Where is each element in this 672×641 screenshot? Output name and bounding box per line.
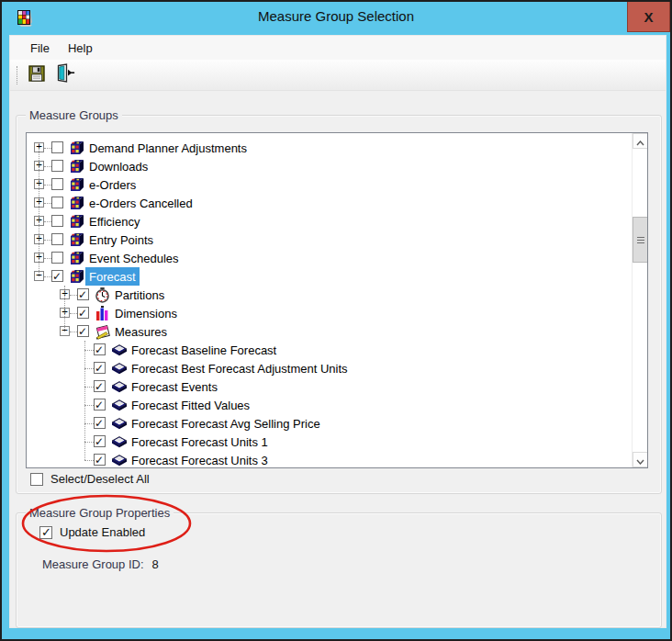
tree-checkbox[interactable] [51,197,63,208]
update-enabled-control[interactable]: Update Enabled [39,525,145,539]
tree-connector-line [44,166,51,167]
tree-row: Forecast Forecast Units 1 [27,433,631,451]
tree-checkbox[interactable] [94,399,106,410]
tree-connector-line [70,313,77,314]
exit-icon [54,63,75,86]
scroll-down-button[interactable] [633,452,648,467]
cube-icon [69,159,85,174]
menu-file[interactable]: File [21,39,59,58]
tree-item-label[interactable]: Downloads [89,157,148,175]
cube-icon [69,251,85,265]
tree-connector-line [70,295,77,296]
tree-checkbox[interactable] [94,380,106,392]
tree-connector-line [70,332,77,332]
window-title: Measure Group Selection [2,8,670,24]
tree-checkbox[interactable] [51,252,63,264]
select-deselect-all[interactable]: Select/Deselect All [30,472,150,486]
update-enabled-checkbox[interactable] [39,526,52,539]
cube-icon [69,177,85,192]
tree-item-label[interactable]: Forecast Events [131,377,218,396]
tree-checkbox[interactable] [94,435,106,447]
tree-checkbox[interactable] [77,307,89,319]
tree-checkbox[interactable] [51,270,63,282]
menu-help[interactable]: Help [59,39,102,58]
measure-icon [111,379,128,394]
save-icon [28,64,46,86]
tree-connector-line [44,221,51,222]
tree-checkbox[interactable] [94,417,106,429]
tree-item-label[interactable]: Efficiency [89,212,140,231]
measure-group-id-label: Measure Group ID: [42,557,144,571]
tree-item-label[interactable]: Forecast Fitted Values [131,396,250,414]
title-bar: Measure Group Selection X [2,2,670,33]
tree-connector-line [64,286,65,332]
notepad-icon [95,324,111,339]
tree-item-label[interactable]: Forecast Forecast Units 3 [131,451,268,468]
tree-checkbox[interactable] [51,160,63,172]
tree-checkbox[interactable] [94,454,106,466]
measure-icon [111,343,128,357]
tree-row: +Demand Planner Adjustments [27,139,631,157]
cube-icon [69,141,85,155]
tree-item-label[interactable]: Event Schedules [89,249,179,267]
tree-row: +Dimensions [27,304,631,322]
tree-connector-line [44,185,51,186]
measure-group-selection-window: Measure Group Selection X FileHelp Measu… [0,0,672,641]
dialog-client-area: FileHelp Measure Groups +De [9,35,666,628]
measure-groups-label: Measure Groups [26,108,122,122]
tree-connector-line [44,258,51,259]
close-button[interactable]: X [627,2,670,32]
tree-scrollbar[interactable] [632,133,647,467]
tree-connector-line [84,368,94,369]
tree-row: +e-Orders Cancelled [27,194,631,212]
select-all-checkbox[interactable] [30,473,43,486]
save-button[interactable] [25,63,49,87]
tree-row: +Downloads [27,157,631,175]
tree-item-label[interactable]: Forecast [85,267,140,286]
tree-item-label[interactable]: e-Orders [89,175,136,194]
measure-group-id-value: 8 [152,557,159,571]
exit-button[interactable] [52,63,76,87]
tree-connector-line [84,405,94,406]
tree-item-label[interactable]: Partitions [115,286,164,304]
tree-row: +Event Schedules [27,249,631,267]
thumb-grip-icon [637,237,644,243]
tree-connector-line [84,341,85,460]
clock-icon [95,287,111,302]
cube-icon [69,196,85,210]
scroll-up-button[interactable] [633,133,648,149]
tree-connector-line [84,387,94,388]
tree-checkbox[interactable] [51,233,63,245]
tree-checkbox[interactable] [51,215,63,227]
tree-item-label[interactable]: Forecast Forecast Units 1 [131,433,268,451]
tree-checkbox[interactable] [77,325,89,337]
menu-bar: FileHelp [10,36,666,60]
tree-item-label[interactable]: Forecast Forecast Avg Selling Price [131,414,320,433]
tree-connector-line [84,350,94,351]
update-enabled-label: Update Enabled [60,525,145,539]
tree-item-label[interactable]: Dimensions [115,304,177,322]
scrollbar-thumb[interactable] [633,217,648,263]
tree-checkbox[interactable] [51,141,63,153]
tree-connector-line [39,148,39,276]
tree-checkbox[interactable] [94,362,106,374]
measure-icon [111,416,128,431]
tree-item-label[interactable]: Forecast Baseline Forecast [131,341,276,359]
tree-item-label[interactable]: Forecast Best Forecast Adjustment Units [131,359,348,377]
tree-item-label[interactable]: Entry Points [89,231,153,249]
tree-item-label[interactable]: Measures [115,322,167,341]
tree-row: +Efficiency [27,212,631,231]
tree-checkbox[interactable] [94,343,106,355]
measure-icon [111,453,128,467]
tree-checkbox[interactable] [77,288,89,300]
cube-icon [69,269,85,284]
tree-row: +e-Orders [27,175,631,194]
tree-row: Forecast Best Forecast Adjustment Units [27,359,631,377]
tree-item-label[interactable]: e-Orders Cancelled [89,194,193,212]
tree-item-label[interactable]: Demand Planner Adjustments [89,139,247,157]
tree-connector-line [44,276,51,277]
tree-row: +Partitions [27,286,631,304]
tree-row: Forecast Events [27,377,631,396]
tree-checkbox[interactable] [51,178,63,190]
measure-group-tree[interactable]: +Demand Planner Adjustments+Downloads+e-… [26,132,648,468]
